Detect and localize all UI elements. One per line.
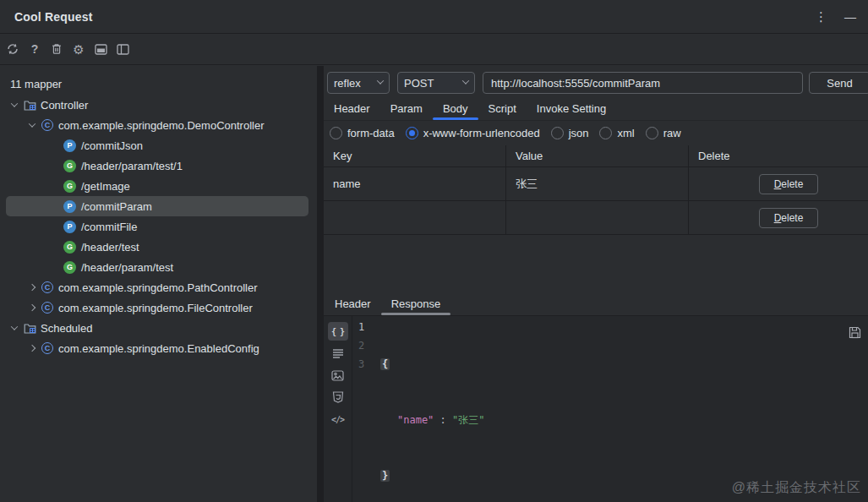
tree-item-path-controller[interactable]: C com.example.springdemo.PathController — [0, 277, 317, 297]
column-key: Key — [324, 145, 506, 166]
html-view-icon[interactable] — [328, 388, 348, 407]
tab-header[interactable]: Header — [324, 96, 380, 120]
chevron-right-icon[interactable] — [26, 302, 38, 314]
line-number: 1 — [358, 318, 373, 336]
line-number: 3 — [358, 355, 373, 374]
request-panel: reflex POST Send Header Param Body Scrip… — [324, 66, 868, 502]
response-editor[interactable]: { } — [324, 315, 868, 502]
class-icon: C — [41, 342, 53, 354]
table-row: name 张三 Delete — [324, 167, 868, 201]
mapper-count-label: 11 mapper — [10, 74, 62, 95]
column-value: Value — [506, 145, 689, 166]
chevron-down-icon[interactable] — [26, 119, 38, 131]
line-number: 2 — [358, 336, 373, 355]
tab-response-body[interactable]: Response — [381, 292, 451, 315]
response-json-content[interactable]: { "name" : "张三" } — [380, 318, 843, 502]
response-view-toolbar: { } — [324, 316, 352, 502]
get-method-icon: G — [63, 180, 76, 193]
folder-icon — [24, 100, 36, 111]
environment-select[interactable]: reflex — [327, 72, 390, 94]
post-method-icon: P — [63, 221, 76, 233]
save-icon[interactable] — [849, 326, 861, 341]
class-icon: C — [41, 119, 53, 131]
chevron-down-icon — [462, 77, 469, 84]
api-tree-panel: 11 mapper Controller C com.example.sprin… — [0, 66, 317, 502]
key-cell[interactable]: name — [324, 167, 506, 200]
class-icon: C — [41, 302, 53, 314]
help-icon[interactable]: ? — [28, 42, 41, 56]
tree-item-header-param-test-1[interactable]: G /header/param/test/1 — [0, 156, 317, 176]
send-button[interactable]: Send — [809, 72, 868, 94]
http-method-select[interactable]: POST — [397, 72, 475, 94]
panel-splitter[interactable] — [317, 66, 324, 502]
get-method-icon: G — [63, 160, 76, 172]
request-tabs: Header Param Body Script Invoke Setting — [324, 96, 868, 121]
code-view-icon[interactable]: </> — [328, 410, 348, 428]
tree-item-enabled-config[interactable]: C com.example.springdemo.EnabledConfig — [0, 338, 317, 358]
window-title: Cool Request — [14, 10, 93, 24]
radio-x-www-form-urlencoded[interactable]: x-www-form-urlencoded — [406, 127, 540, 139]
tree-item-commit-file[interactable]: P /commitFile — [0, 216, 317, 237]
tree-item-commit-json[interactable]: P /commitJson — [0, 135, 317, 156]
tab-script[interactable]: Script — [478, 96, 527, 120]
tab-response-header[interactable]: Header — [325, 292, 381, 315]
get-method-icon: G — [63, 261, 76, 274]
table-row: Delete — [324, 201, 868, 235]
radio-icon — [646, 127, 658, 139]
split-panel-icon[interactable] — [116, 42, 129, 56]
table-header-row: Key Value Delete — [324, 145, 868, 167]
tree-item-scheduled[interactable]: Scheduled — [0, 318, 317, 338]
settings-gear-icon[interactable]: ⚙ — [72, 42, 85, 56]
key-cell[interactable] — [324, 201, 506, 234]
tab-param[interactable]: Param — [380, 96, 433, 120]
radio-form-data[interactable]: form-data — [330, 127, 395, 139]
value-cell[interactable]: 张三 — [506, 167, 689, 200]
radio-icon — [599, 127, 612, 139]
text-view-icon[interactable] — [328, 344, 348, 363]
code-line: { — [380, 355, 843, 374]
content-area: 11 mapper Controller C com.example.sprin… — [0, 66, 868, 502]
chevron-down-icon — [377, 77, 384, 84]
tab-invoke-setting[interactable]: Invoke Setting — [527, 96, 616, 120]
delete-row-button[interactable]: Delete — [759, 174, 818, 194]
tree-item-header-test[interactable]: G /header/test — [0, 237, 317, 257]
tree-item-commit-param-selected[interactable]: P /commitParam — [0, 196, 317, 216]
code-line: } — [380, 467, 843, 485]
get-method-icon: G — [63, 241, 76, 254]
code-line: "name" : "张三" — [380, 411, 843, 429]
tree-item-controller[interactable]: Controller — [0, 95, 317, 115]
column-delete: Delete — [689, 145, 868, 166]
chevron-down-icon[interactable] — [8, 322, 20, 334]
tree-item-demo-controller[interactable]: C com.example.springdemo.DemoController — [0, 115, 317, 135]
sync-icon[interactable] — [6, 42, 19, 56]
chevron-right-icon[interactable] — [26, 342, 38, 354]
tab-body[interactable]: Body — [433, 96, 478, 120]
post-method-icon: P — [63, 200, 76, 213]
json-view-icon[interactable]: { } — [328, 322, 348, 341]
trash-icon[interactable] — [50, 42, 63, 56]
more-menu-icon[interactable]: ⋮ — [815, 10, 827, 23]
url-input[interactable] — [483, 72, 803, 94]
response-tabs: Header Response — [325, 292, 868, 315]
toolbar: ? ⚙ — [0, 34, 868, 65]
radio-icon — [330, 127, 342, 139]
line-number-gutter: 1 2 3 — [356, 318, 373, 374]
chevron-down-icon[interactable] — [8, 99, 20, 111]
tree-item-header-param-test[interactable]: G /header/param/test — [0, 257, 317, 277]
delete-row-button[interactable]: Delete — [759, 208, 818, 228]
radio-icon — [551, 127, 564, 139]
tree-item-get-image[interactable]: G /getImage — [0, 176, 317, 196]
chevron-right-icon[interactable] — [26, 281, 38, 293]
radio-xml[interactable]: xml — [599, 127, 634, 139]
value-cell[interactable] — [506, 201, 689, 234]
title-bar: Cool Request ⋮ — — [0, 0, 868, 34]
minimize-icon[interactable]: — — [844, 11, 856, 23]
image-view-icon[interactable] — [328, 366, 348, 385]
radio-selected-icon — [406, 127, 418, 139]
radio-json[interactable]: json — [551, 127, 589, 139]
radio-raw[interactable]: raw — [646, 127, 681, 139]
class-icon: C — [41, 281, 53, 293]
tree-item-file-controller[interactable]: C com.example.springdemo.FileController — [0, 297, 317, 318]
toggle-panel-icon[interactable] — [94, 42, 107, 56]
folder-icon — [24, 323, 36, 334]
